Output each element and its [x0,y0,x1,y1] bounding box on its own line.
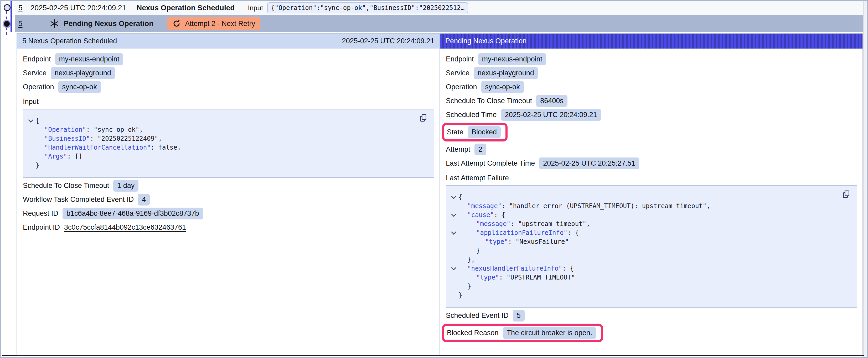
code-line: "HandlerWaitForCancellation": false, [26,143,429,152]
code-line-text: { [459,193,462,202]
field-row-endpoint: Endpointmy-nexus-endpoint [446,53,857,65]
chevron-down-icon[interactable] [451,229,456,235]
chevron-down-icon[interactable] [28,117,33,123]
code-line-text: "Operation": "sync-op-ok", [35,125,143,134]
code-line: "cause": { [449,210,851,220]
event-row-pending-nexus-operation[interactable]: 5 Pending Nexus Operation [15,15,864,32]
field-value-badge: sync-op-ok [481,81,524,93]
retry-badge-label: Attempt 2 · Next Retry [185,20,255,28]
field-value-badge: 2025-02-25 UTC 20:24:09.21 [501,109,601,121]
field-value-badge: nexus-playground [51,67,115,79]
code-line: "message": "upstream timeout", [449,220,851,228]
scheduled-panel-body: Endpointmy-nexus-endpointServicenexus-pl… [17,48,439,238]
field-row-scheduled-time: Scheduled Time2025-02-25 UTC 20:24:09.21 [446,109,857,121]
field-row-state: StateBlocked [447,126,501,138]
json-code-block: {"message": "handler error (UPSTREAM_TIM… [446,185,857,307]
code-line-text: "BusinessID": "20250225122409", [35,134,162,143]
field-label: Attempt [446,145,470,154]
annotation-highlight: StateBlocked [442,123,507,141]
code-line-gutter [449,214,459,216]
scrollbar-track[interactable] [863,1,867,357]
field-label: State [447,128,463,136]
panel-header-title: 5 Nexus Operation Scheduled [22,37,117,45]
panel-header-timestamp: 2025-02-25 UTC 20:24:09.21 [342,37,434,45]
code-line: "Operation": "sync-op-ok", [26,125,429,134]
code-line-text: { [35,116,39,125]
code-line-text: "HandlerWaitForCancellation": false, [35,143,181,152]
copy-icon[interactable] [842,190,850,198]
code-line-text: } [459,282,471,291]
code-line-gutter [449,196,459,198]
field-label: Operation [23,83,54,91]
field-value-badge: my-nexus-endpoint [478,53,547,65]
code-line-gutter [26,120,35,122]
field-value-badge: my-nexus-endpoint [55,53,123,65]
field-row-request-id: Request IDb1c6a4bc-8ee7-468a-9169-df3b02… [23,207,434,220]
code-line: "nexusHandlerFailureInfo": { [449,264,851,273]
code-line-text: "message": "handler error (UPSTREAM_TIME… [459,202,710,210]
event-timestamp: 2025-02-25 UTC 20:24:09.21 [30,4,136,12]
field-label: Scheduled Time [446,111,497,119]
field-label: Schedule To Close Timeout [446,97,532,105]
field-row-service: Servicenexus-playground [446,67,857,79]
field-row-endpoint: Endpointmy-nexus-endpoint [23,53,434,65]
chevron-down-icon[interactable] [451,211,456,217]
code-line-text: } [35,161,39,170]
code-line: } [449,291,851,300]
event-row-nexus-operation-scheduled[interactable]: 5 2025-02-25 UTC 20:24:09.21 Nexus Opera… [15,1,864,15]
hollow-circle-icon [4,4,10,11]
field-value-badge: 5 [513,310,525,322]
code-line: "type": "UPSTREAM_TIMEOUT" [449,273,851,282]
code-line-text: "message": "upstream timeout", [459,220,590,228]
field-value-badge: The circuit breaker is open. [503,327,596,339]
field-row-blocked-reason: Blocked ReasonThe circuit breaker is ope… [447,327,596,339]
pending-event-title: Pending Nexus Operation [64,20,153,28]
code-line-gutter [449,267,459,269]
chevron-down-icon[interactable] [451,194,456,199]
code-line-text: "Args": [] [35,152,83,161]
asterisk-icon [50,19,59,28]
code-line-gutter [449,232,459,234]
code-line-text: } [459,291,462,300]
field-label: Endpoint [446,55,474,63]
field-label: Last Attempt Complete Time [446,159,535,167]
json-code-block: {"Operation": "sync-op-ok","BusinessID":… [23,109,434,178]
field-value-badge: 86400s [536,95,567,107]
field-label: Endpoint [23,55,51,63]
copy-icon[interactable] [420,113,427,122]
field-row-attempt: Attempt2 [446,143,857,155]
code-line-text: "type": "NexusFailure" [459,237,569,246]
field-value-badge: 2025-02-25 UTC 20:25:27.51 [539,158,639,169]
field-value-badge: b1c6a4bc-8ee7-468a-9169-df3b02c8737b [63,207,203,220]
code-line: "Args": [] [26,152,429,161]
field-value-link[interactable]: 3c0c75ccfa8144b092c13ce632463761 [64,223,186,231]
event-id-link[interactable]: 5 [19,20,30,28]
code-line: } [449,246,851,255]
field-value-badge: 1 day [113,180,138,192]
filled-circle-icon [4,21,10,27]
code-line: { [449,193,851,202]
event-id-link[interactable]: 5 [19,4,30,12]
retry-status-badge: Attempt 2 · Next Retry [167,17,260,30]
chevron-down-icon[interactable] [451,265,456,270]
annotation-highlight: Blocked ReasonThe circuit breaker is ope… [442,324,603,342]
code-line: "applicationFailureInfo": { [449,228,851,237]
panel-header-title: Pending Nexus Operation [445,37,526,45]
annotated-row-wrap: StateBlocked [446,123,857,141]
field-value-badge: 4 [138,194,150,205]
field-label: Service [23,69,46,77]
field-label: Blocked Reason [447,329,499,337]
code-line-text: } [459,246,480,255]
field-row-service: Servicenexus-playground [23,67,434,79]
event-rows: 5 2025-02-25 UTC 20:24:09.21 Nexus Opera… [15,1,864,32]
code-line-text: }, [459,255,475,264]
field-label: Scheduled Event ID [446,312,508,320]
field-row-operation: Operationsync-op-ok [23,81,434,93]
code-block-label: Input [23,98,434,106]
event-detail-container: 5 Nexus Operation Scheduled 2025-02-25 U… [17,33,863,355]
field-row-scheduled-event-id: Scheduled Event ID5 [446,310,857,322]
field-value-badge: nexus-playground [474,67,538,79]
code-line-text: "type": "UPSTREAM_TIMEOUT" [459,273,575,282]
temporal-event-history-page: 5 2025-02-25 UTC 20:24:09.21 Nexus Opera… [0,0,868,358]
field-row-schedule-to-close-timeout: Schedule To Close Timeout86400s [446,95,857,107]
